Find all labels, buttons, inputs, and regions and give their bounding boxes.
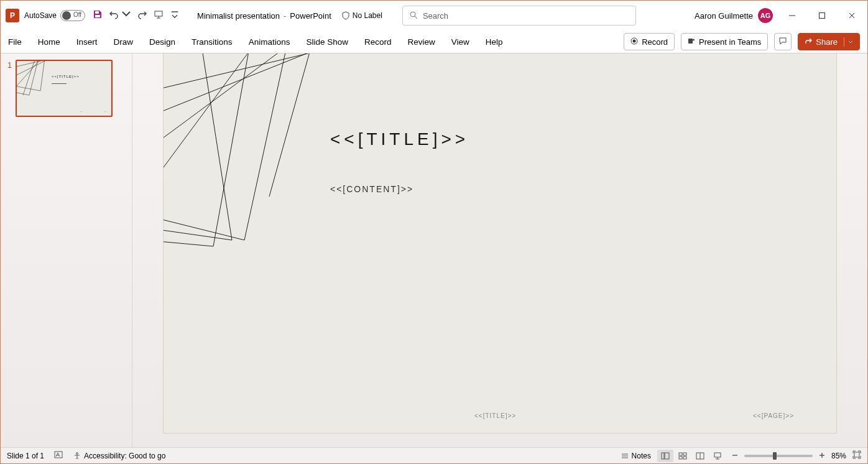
save-icon[interactable]: [93, 9, 103, 22]
shield-icon: [341, 11, 350, 20]
svg-rect-11: [662, 453, 664, 459]
ribbon-right: Record Present in Teams Share: [624, 33, 860, 50]
slide-canvas-area[interactable]: <<[TITLE]>> <<[CONTENT]>> <<[TITLE]>> <<…: [132, 53, 867, 447]
title-bar: P AutoSave Off: [1, 1, 867, 30]
svg-rect-1: [95, 15, 100, 17]
slide-title-placeholder[interactable]: <<[TITLE]>>: [330, 129, 469, 149]
avatar-initials: AG: [760, 12, 771, 19]
zoom-percent[interactable]: 85%: [831, 452, 846, 460]
thumb-mini-title: <<[TITLE]>>: [52, 75, 80, 78]
accessibility-status[interactable]: Accessibility: Good to go: [73, 452, 165, 460]
tab-file[interactable]: File: [8, 37, 22, 47]
svg-rect-4: [820, 13, 825, 19]
slide-footer-page: <<[PAGE]>>: [753, 412, 794, 419]
autosave-control[interactable]: AutoSave Off: [24, 10, 85, 21]
slide-thumbnail-1[interactable]: <<[TITLE]>> — —: [16, 60, 113, 117]
tab-insert[interactable]: Insert: [76, 37, 98, 47]
spellcheck-icon[interactable]: [54, 450, 63, 461]
fit-to-window-button[interactable]: [852, 450, 861, 461]
search-input[interactable]: Search: [402, 6, 636, 26]
slide-content-placeholder[interactable]: <<[CONTENT]>>: [330, 184, 413, 194]
svg-point-10: [76, 452, 78, 454]
redo-icon[interactable]: [137, 9, 147, 22]
user-name: Aaron Guilmette: [695, 11, 753, 21]
share-icon: [805, 37, 812, 47]
slide-counter[interactable]: Slide 1 of 1: [7, 452, 44, 460]
sensitivity-label[interactable]: No Label: [341, 11, 382, 20]
avatar: AG: [758, 8, 773, 23]
svg-rect-2: [155, 11, 162, 16]
share-button[interactable]: Share: [798, 33, 860, 50]
tab-help[interactable]: Help: [486, 37, 503, 47]
record-button[interactable]: Record: [624, 33, 675, 50]
notes-button[interactable]: Notes: [621, 452, 651, 460]
status-bar: Slide 1 of 1 Accessibility: Good to go N…: [1, 447, 867, 463]
undo-icon[interactable]: [109, 9, 119, 22]
app-icon: P: [6, 9, 19, 22]
ribbon-tabs: File Home Insert Draw Design Transitions…: [1, 30, 867, 53]
autosave-state: Off: [73, 11, 81, 18]
tab-slideshow[interactable]: Slide Show: [306, 37, 348, 47]
accessibility-text: Accessibility: Good to go: [84, 452, 165, 460]
zoom-in-button[interactable]: [819, 452, 825, 460]
autosave-toggle[interactable]: Off: [60, 10, 85, 21]
svg-rect-18: [714, 453, 721, 457]
thumbnail-number: 1: [4, 60, 12, 117]
svg-rect-12: [665, 453, 669, 459]
tab-animations[interactable]: Animations: [249, 37, 290, 47]
zoom-out-button[interactable]: [732, 452, 738, 460]
present-in-teams-button[interactable]: Present in Teams: [681, 33, 768, 50]
undo-caret-icon[interactable]: [121, 9, 131, 22]
close-button[interactable]: [841, 7, 862, 24]
tab-record[interactable]: Record: [364, 37, 392, 47]
decorative-lines: [164, 53, 425, 277]
app-name: PowerPoint: [290, 11, 331, 21]
tab-review[interactable]: Review: [408, 37, 435, 47]
thumb-mini-line: [52, 83, 67, 84]
svg-point-8: [693, 39, 695, 40]
tab-design[interactable]: Design: [149, 37, 175, 47]
toggle-knob: [62, 11, 71, 20]
qat-more-icon[interactable]: [170, 9, 180, 22]
user-account[interactable]: Aaron Guilmette AG: [695, 8, 773, 23]
comment-icon: [778, 37, 787, 47]
notes-label: Notes: [632, 452, 651, 460]
share-label: Share: [816, 37, 838, 47]
app-window: P AutoSave Off: [0, 0, 868, 464]
zoom-slider-thumb[interactable]: [773, 452, 777, 460]
present-from-start-icon[interactable]: [154, 9, 164, 22]
maximize-button[interactable]: [811, 7, 833, 24]
slide-canvas[interactable]: <<[TITLE]>> <<[CONTENT]>> <<[TITLE]>> <<…: [164, 53, 836, 433]
tab-view[interactable]: View: [451, 37, 469, 47]
svg-rect-14: [683, 453, 686, 455]
accessibility-icon: [73, 452, 81, 460]
slide-sorter-view-button[interactable]: [675, 450, 691, 462]
autosave-label: AutoSave: [24, 11, 57, 20]
svg-point-6: [633, 39, 636, 42]
quick-access-toolbar: [93, 9, 180, 22]
zoom-slider[interactable]: [744, 455, 813, 457]
thumb-mini-footer1: —: [80, 109, 83, 113]
thumbnail-row: 1 <<[TITLE]>> —: [4, 60, 127, 117]
document-title: Minimalist presentation - PowerPoint: [197, 11, 331, 21]
comments-button[interactable]: [774, 33, 792, 50]
share-caret-icon[interactable]: [844, 37, 853, 47]
slideshow-view-button[interactable]: [709, 450, 726, 462]
doc-name: Minimalist presentation: [197, 11, 280, 21]
normal-view-button[interactable]: [657, 450, 673, 462]
reading-view-button[interactable]: [692, 450, 708, 462]
tab-transitions[interactable]: Transitions: [192, 37, 233, 47]
svg-rect-7: [688, 39, 693, 44]
tab-home[interactable]: Home: [38, 37, 60, 47]
view-buttons: [657, 450, 726, 462]
svg-rect-19: [854, 452, 859, 457]
slide-thumbnail-panel[interactable]: 1 <<[TITLE]>> —: [1, 53, 132, 447]
work-area: 1 <<[TITLE]>> —: [1, 53, 867, 447]
minimize-button[interactable]: [782, 7, 803, 24]
status-right: Notes: [621, 450, 861, 462]
svg-rect-13: [679, 453, 682, 455]
svg-point-3: [410, 12, 415, 17]
present-label: Present in Teams: [699, 37, 761, 47]
svg-rect-15: [679, 457, 682, 459]
tab-draw[interactable]: Draw: [114, 37, 134, 47]
